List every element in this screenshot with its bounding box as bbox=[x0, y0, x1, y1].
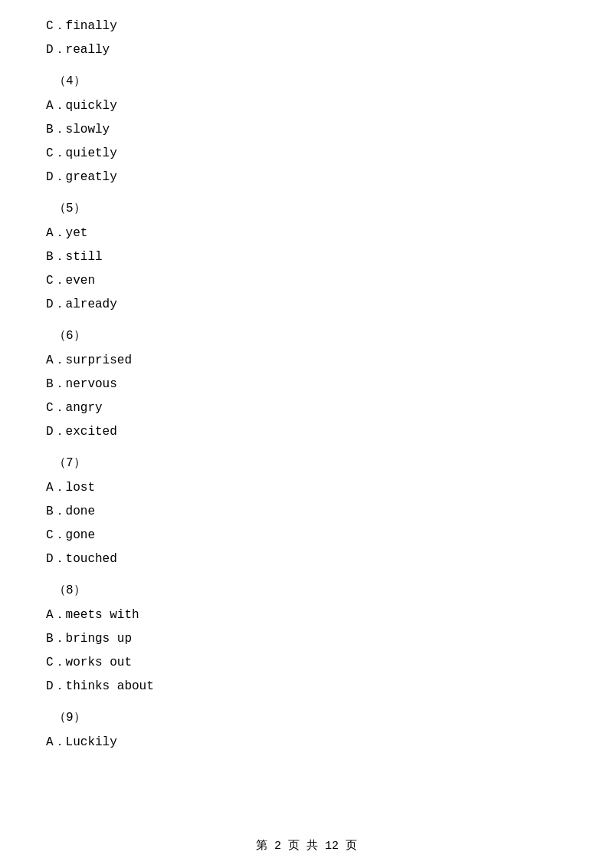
option-item: B．done bbox=[46, 501, 567, 523]
option-item: D．touched bbox=[46, 548, 567, 570]
option-item: B．still bbox=[46, 246, 567, 268]
page-footer: 第 2 页 共 12 页 bbox=[0, 838, 613, 853]
option-item: C．quietly bbox=[46, 143, 567, 165]
option-item: A．surprised bbox=[46, 350, 567, 372]
main-content: C．finallyD．really（4）A．quicklyB．slowlyC．q… bbox=[0, 0, 613, 801]
question-number: （8） bbox=[46, 580, 567, 602]
option-item: A．yet bbox=[46, 222, 567, 245]
option-item: C．even bbox=[46, 270, 567, 292]
option-item: D．already bbox=[46, 294, 567, 316]
option-item: D．excited bbox=[46, 421, 567, 443]
option-item: D．thinks about bbox=[46, 676, 567, 698]
question-number: （4） bbox=[46, 71, 567, 93]
question-number: （6） bbox=[46, 325, 567, 347]
question-number: （9） bbox=[46, 707, 567, 729]
option-item: A．quickly bbox=[46, 95, 567, 117]
option-item: A．meets with bbox=[46, 604, 567, 626]
option-item: B．nervous bbox=[46, 373, 567, 396]
option-item: C．finally bbox=[46, 15, 567, 38]
option-item: D．really bbox=[46, 39, 567, 61]
option-item: C．gone bbox=[46, 524, 567, 547]
question-number: （7） bbox=[46, 452, 567, 475]
option-item: B．slowly bbox=[46, 119, 567, 141]
option-item: C．works out bbox=[46, 652, 567, 674]
option-item: A．Luckily bbox=[46, 732, 567, 754]
option-item: A．lost bbox=[46, 477, 567, 499]
option-item: C．angry bbox=[46, 397, 567, 419]
question-number: （5） bbox=[46, 198, 567, 220]
option-item: B．brings up bbox=[46, 628, 567, 650]
option-item: D．greatly bbox=[46, 166, 567, 189]
